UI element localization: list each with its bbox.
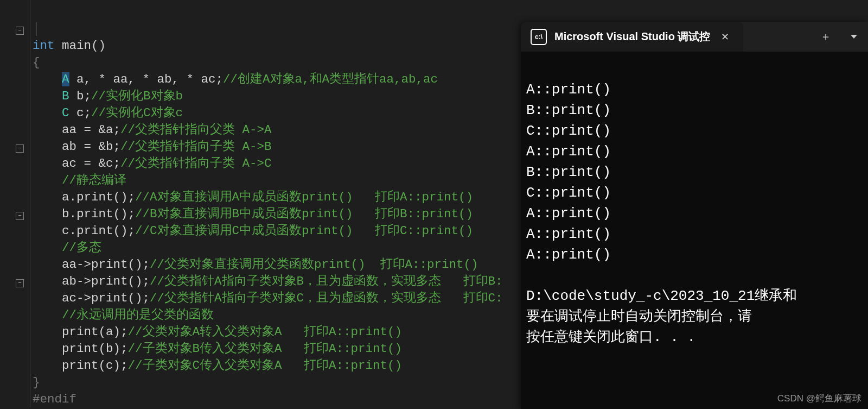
type-c: C	[62, 106, 69, 120]
comment: //父类指针指向子类 A->B	[120, 140, 272, 154]
terminal-tab-title: Microsoft Visual Studio 调试控	[554, 29, 710, 44]
close-icon[interactable]: ✕	[718, 29, 732, 45]
brace: {	[33, 55, 40, 70]
fold-gutter: − − − −	[16, 0, 27, 409]
output-line: 按任意键关闭此窗口. . .	[526, 329, 695, 345]
output-line: C::print()	[526, 185, 611, 201]
comment: //静态编译	[62, 173, 126, 187]
type-b: B	[62, 89, 69, 103]
brace: }	[33, 375, 40, 389]
terminal-titlebar[interactable]: c:\ Microsoft Visual Studio 调试控 ✕ ＋	[521, 22, 868, 52]
comment: //A对象直接调用A中成员函数print() 打印A::print()	[135, 190, 473, 204]
watermark: CSDN @鳄鱼麻薯球	[777, 392, 861, 405]
new-tab-button[interactable]: ＋	[812, 22, 840, 52]
comment: //父类指针指向子类 A->C	[120, 156, 272, 171]
keyword: int	[33, 39, 55, 53]
comment: //C对象直接调用C中成员函数print() 打印C::print()	[135, 224, 473, 238]
comment: //B对象直接调用B中成员函数print() 打印B::print()	[135, 207, 473, 221]
output-line: C::print()	[526, 123, 611, 139]
comment: //父类对象A转入父类对象A 打印A::print()	[128, 325, 403, 339]
comment: //父类指针A指向子类对象B，且为虚函数，实现多态 打印B:	[150, 274, 503, 288]
terminal-output[interactable]: A::print() B::print() C::print() A::prin…	[521, 66, 868, 348]
output-line: 要在调试停止时自动关闭控制台，请	[526, 309, 752, 325]
comment: //实例化B对象b	[91, 89, 183, 103]
comment: //父类对象直接调用父类函数print() 打印A::print()	[150, 257, 478, 272]
output-line: B::print()	[526, 164, 611, 180]
output-line: D:\code\study_-c\2023_10_21继承和	[526, 288, 797, 304]
output-line: A::print()	[526, 143, 611, 160]
fold-toggle-icon[interactable]: −	[16, 27, 24, 35]
terminal-icon: c:\	[531, 29, 547, 45]
comment: //多态	[62, 241, 101, 255]
comment: //子类对象B传入父类对象A 打印A::print()	[128, 342, 403, 356]
comment: //永远调用的是父类的函数	[62, 308, 214, 322]
output-line: A::print()	[526, 247, 611, 263]
code-editor[interactable]: − − − − │ int main() { A a, * aa, * ab, …	[0, 0, 518, 409]
output-line: A::print()	[526, 81, 611, 98]
fold-toggle-icon[interactable]: −	[16, 144, 24, 153]
comment: //子类对象C传入父类对象A 打印A::print()	[128, 358, 403, 373]
chevron-down-icon	[851, 35, 857, 39]
comment: //实例化C对象c	[91, 106, 183, 120]
titlebar-actions: ＋	[812, 22, 868, 52]
output-line: A::print()	[526, 205, 611, 222]
terminal-window: c:\ Microsoft Visual Studio 调试控 ✕ ＋ A::p…	[521, 22, 868, 409]
tab-dropdown-button[interactable]	[840, 22, 868, 52]
code-content[interactable]: │ int main() { A a, * aa, * ab, * ac;//创…	[33, 21, 503, 408]
comment: //父类指针A指向子类对象C，且为虚函数，实现多态 打印C:	[150, 291, 503, 305]
func-name: main	[62, 39, 91, 53]
comment: //创建A对象a,和A类型指针aa,ab,ac	[223, 72, 438, 86]
fold-toggle-icon[interactable]: −	[16, 279, 24, 287]
type-a: A	[62, 72, 69, 86]
indent-guide	[30, 0, 30, 407]
output-line: A::print()	[526, 226, 611, 242]
terminal-tab[interactable]: c:\ Microsoft Visual Studio 调试控 ✕	[521, 22, 743, 52]
fold-toggle-icon[interactable]: −	[16, 212, 24, 220]
comment: //父类指针指向父类 A->A	[120, 123, 272, 137]
endif-directive: #endif	[33, 392, 76, 406]
output-line: B::print()	[526, 102, 611, 118]
